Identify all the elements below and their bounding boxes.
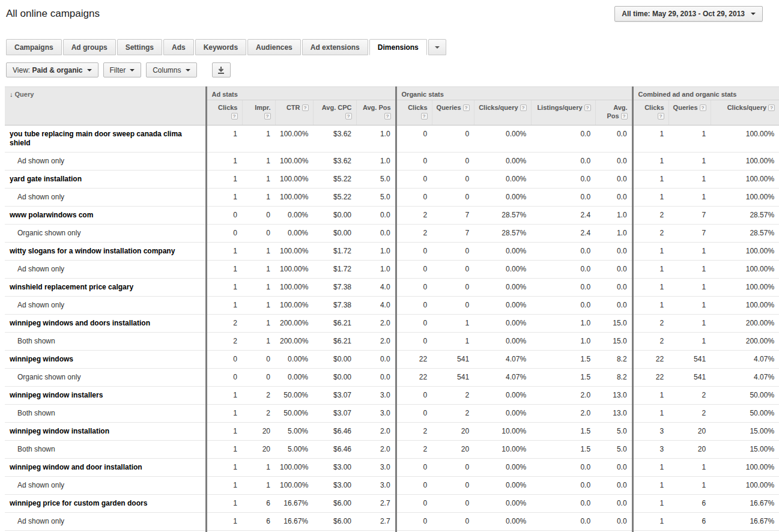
stat-cell: 2 <box>242 387 275 405</box>
tab-settings[interactable]: Settings <box>117 39 162 55</box>
columns-button[interactable]: Columns <box>146 62 196 77</box>
stat-cell: 100.00% <box>711 279 779 297</box>
tab-campaigns[interactable]: Campaigns <box>6 39 62 55</box>
stat-cell: 2 <box>396 441 432 459</box>
table-row: Ad shown only1616.67%$6.002.7000.00%0.00… <box>5 513 779 531</box>
stat-cell: 0 <box>432 243 474 261</box>
help-icon[interactable]: ? <box>658 113 664 119</box>
help-icon[interactable]: ? <box>621 113 628 119</box>
stat-cell: 1 <box>206 125 242 153</box>
stat-cell: 20 <box>242 423 275 441</box>
column-header-avg-pos[interactable]: Avg. Pos? <box>595 100 632 125</box>
help-icon[interactable]: ? <box>384 113 391 119</box>
stat-cell: 0 <box>206 369 242 387</box>
help-icon[interactable]: ? <box>520 104 527 111</box>
column-header-clicks-query[interactable]: Clicks/query? <box>474 100 531 125</box>
stat-cell: 100.00% <box>275 261 313 279</box>
stat-cell: 0.0 <box>531 243 595 261</box>
column-header-label: Clicks <box>644 104 664 111</box>
tab-keywords[interactable]: Keywords <box>195 39 246 55</box>
stat-cell: 0.0 <box>531 459 595 477</box>
table-row: winnipeg windows and doors installation2… <box>5 315 779 333</box>
table-row: yard gate installation11100.00%$5.225.00… <box>5 171 779 189</box>
download-button[interactable] <box>212 62 231 77</box>
column-header-clicks[interactable]: Clicks? <box>396 100 432 125</box>
column-header-listings-query[interactable]: Listings/query? <box>531 100 595 125</box>
column-header-queries[interactable]: Queries? <box>432 100 474 125</box>
help-icon[interactable]: ? <box>345 113 352 119</box>
column-header-avg-cpc[interactable]: Avg. CPC? <box>313 100 356 125</box>
column-header-clicks[interactable]: Clicks? <box>632 100 668 125</box>
stat-cell: 0.00% <box>275 351 313 369</box>
stat-cell: 1 <box>668 477 711 495</box>
stat-cell: 0.0 <box>595 513 632 531</box>
stat-cell: 0.0 <box>595 459 632 477</box>
stat-cell: 1 <box>242 333 275 351</box>
stat-cell: 0 <box>432 153 474 171</box>
table-row: Ad shown only11100.00%$5.225.0000.00%0.0… <box>5 189 779 207</box>
stat-cell: 1 <box>632 477 668 495</box>
help-icon[interactable]: ? <box>231 113 238 119</box>
stat-cell: $0.00 <box>313 225 356 243</box>
help-icon[interactable]: ? <box>421 113 428 119</box>
view-selector-button[interactable]: View: Paid & organic <box>6 62 99 77</box>
stat-cell: $6.21 <box>313 333 356 351</box>
stat-cell: $0.00 <box>313 369 356 387</box>
stat-cell: 0.0 <box>356 207 396 225</box>
stat-cell: 2 <box>242 405 275 423</box>
column-header-clicks[interactable]: Clicks? <box>206 100 242 125</box>
tab-ad-groups[interactable]: Ad groups <box>63 39 116 55</box>
stat-cell: 0 <box>396 333 432 351</box>
column-header-queries[interactable]: Queries? <box>668 100 711 125</box>
group-header-ad-stats: Ad stats <box>206 87 396 100</box>
stat-cell: 1 <box>432 333 474 351</box>
segment-label-cell: Ad shown only <box>5 477 206 495</box>
tab-ad-extensions[interactable]: Ad extensions <box>302 39 368 55</box>
stat-cell: 1 <box>206 387 242 405</box>
stat-cell: 2.4 <box>531 207 595 225</box>
tab-ads[interactable]: Ads <box>163 39 194 55</box>
stat-cell: 0.0 <box>531 189 595 207</box>
column-header-impr-[interactable]: Impr.? <box>242 100 275 125</box>
help-icon[interactable]: ? <box>302 104 309 111</box>
stat-cell: 2.0 <box>356 423 396 441</box>
help-icon[interactable]: ? <box>264 113 271 119</box>
column-header-label: Queries <box>673 104 698 111</box>
sort-descending-icon: ↓ <box>10 91 13 98</box>
column-header-label: Clicks <box>218 104 237 111</box>
segment-label-cell: Both shown <box>5 333 206 351</box>
stat-cell: 1 <box>668 459 711 477</box>
column-header-label: CTR <box>286 104 300 111</box>
stat-cell: 1 <box>668 333 711 351</box>
stat-cell: 0 <box>432 261 474 279</box>
stat-cell: 3.0 <box>356 477 396 495</box>
column-header-ctr[interactable]: CTR? <box>275 100 313 125</box>
tab-audiences[interactable]: Audiences <box>247 39 301 55</box>
help-icon[interactable]: ? <box>768 104 775 111</box>
column-header-clicks-query[interactable]: Clicks/query? <box>711 100 779 125</box>
date-range-selector[interactable]: All time: May 29, 2013 - Oct 29, 2013 <box>614 6 763 22</box>
stat-cell: 1 <box>632 405 668 423</box>
stat-cell: 0 <box>206 351 242 369</box>
column-header-avg-pos[interactable]: Avg. Pos? <box>356 100 396 125</box>
stat-cell: 0 <box>396 125 432 153</box>
query-column-header[interactable]: ↓Query <box>5 87 206 125</box>
stat-cell: 1 <box>206 495 242 513</box>
stat-cell: 2 <box>396 225 432 243</box>
stat-cell: 1 <box>242 279 275 297</box>
help-icon[interactable]: ? <box>463 104 470 111</box>
stat-cell: 100.00% <box>711 243 779 261</box>
stat-cell: 0.0 <box>595 495 632 513</box>
stat-cell: $6.46 <box>313 423 356 441</box>
stat-cell: 100.00% <box>275 189 313 207</box>
stat-cell: 0.00% <box>474 315 531 333</box>
segment-label-cell: Ad shown only <box>5 297 206 315</box>
stat-cell: 15.00% <box>711 441 779 459</box>
help-icon[interactable]: ? <box>700 104 706 111</box>
stat-cell: 1 <box>242 243 275 261</box>
help-icon[interactable]: ? <box>584 104 591 111</box>
filter-button[interactable]: Filter <box>103 62 142 77</box>
tab-more-dropdown[interactable] <box>428 39 446 55</box>
stat-cell: 1 <box>206 279 242 297</box>
tab-dimensions[interactable]: Dimensions <box>369 39 427 55</box>
